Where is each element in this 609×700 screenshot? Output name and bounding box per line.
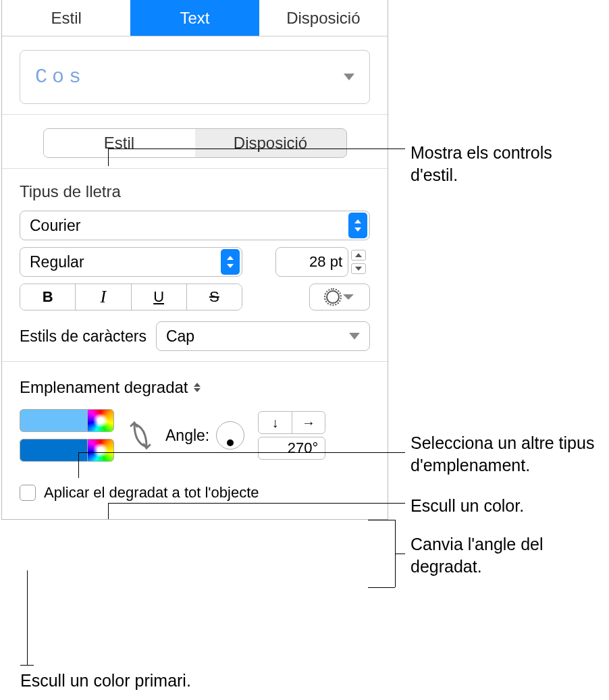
italic-button[interactable]: I xyxy=(76,284,131,310)
tab-text[interactable]: Text xyxy=(130,0,259,36)
updown-icon xyxy=(194,383,201,392)
chevron-down-icon xyxy=(349,333,360,340)
apply-whole-object-label: Aplicar el degradat a tot l'objecte xyxy=(44,484,259,502)
updown-icon xyxy=(348,213,367,238)
strikethrough-button[interactable]: S xyxy=(187,284,242,310)
top-tabs: Estil Text Disposició xyxy=(2,0,388,36)
callout-fill-type: Selecciona un altre tipus d'emplenament. xyxy=(411,432,606,476)
color-wheel-icon[interactable] xyxy=(87,439,114,462)
direction-down-button[interactable]: ↓ xyxy=(259,412,292,433)
chevron-down-icon xyxy=(344,74,354,80)
callout-style-controls: Mostra els controls d'estil. xyxy=(411,142,600,186)
apply-whole-object-checkbox[interactable] xyxy=(20,485,36,501)
color-wheel-icon[interactable] xyxy=(87,409,114,432)
gradient-color-2-swatch[interactable] xyxy=(20,439,87,462)
gradient-swatches xyxy=(20,409,114,462)
font-size-field[interactable]: 28 pt xyxy=(275,247,348,277)
character-styles-label: Estils de caràcters xyxy=(20,327,147,346)
font-heading: Tipus de lletra xyxy=(20,182,370,201)
fill-type-dropdown[interactable]: Emplenament degradat xyxy=(20,378,201,397)
font-weight-value: Regular xyxy=(30,253,84,271)
direction-right-button[interactable]: → xyxy=(292,412,325,433)
angle-dial[interactable] xyxy=(216,421,244,450)
callout-gradient-angle: Canvia l'angle del degradat. xyxy=(411,533,600,577)
character-styles-dropdown[interactable]: Cap xyxy=(156,321,370,351)
tab-style[interactable]: Estil xyxy=(2,0,130,36)
gear-icon xyxy=(326,290,340,304)
callout-pick-color: Escull un color. xyxy=(411,495,600,517)
text-style-buttons: B I U S xyxy=(20,284,242,311)
font-family-value: Courier xyxy=(30,217,80,235)
font-weight-dropdown[interactable]: Regular xyxy=(20,247,242,277)
angle-value-field[interactable]: 270° xyxy=(258,437,325,460)
inspector-panel: Estil Text Disposició Cos Estil Disposic… xyxy=(1,0,388,520)
fill-type-label: Emplenament degradat xyxy=(20,378,188,397)
bold-button[interactable]: B xyxy=(20,284,76,310)
underline-button[interactable]: U xyxy=(132,284,187,310)
callout-primary-color: Escull un color primari. xyxy=(20,670,290,692)
inner-segmented-control: Estil Disposició xyxy=(43,128,347,158)
angle-label: Angle: xyxy=(165,427,209,445)
gradient-direction-buttons: ↓ → xyxy=(258,411,325,434)
font-size-up[interactable] xyxy=(351,250,366,261)
paragraph-style-label: Cos xyxy=(35,65,86,88)
advanced-options-button[interactable] xyxy=(309,284,370,311)
tab-layout[interactable]: Disposició xyxy=(259,0,388,36)
font-size-down[interactable] xyxy=(351,263,366,274)
font-family-dropdown[interactable]: Courier xyxy=(20,211,370,240)
character-styles-value: Cap xyxy=(166,327,194,346)
chevron-down-icon xyxy=(343,294,354,300)
segment-style[interactable]: Estil xyxy=(44,129,195,157)
gradient-color-1-swatch[interactable] xyxy=(20,409,87,432)
segment-layout[interactable]: Disposició xyxy=(195,129,346,157)
paragraph-style-dropdown[interactable]: Cos xyxy=(20,50,370,104)
font-size-stepper xyxy=(351,247,370,277)
swap-colors-button[interactable] xyxy=(128,419,152,452)
updown-icon xyxy=(221,249,240,275)
